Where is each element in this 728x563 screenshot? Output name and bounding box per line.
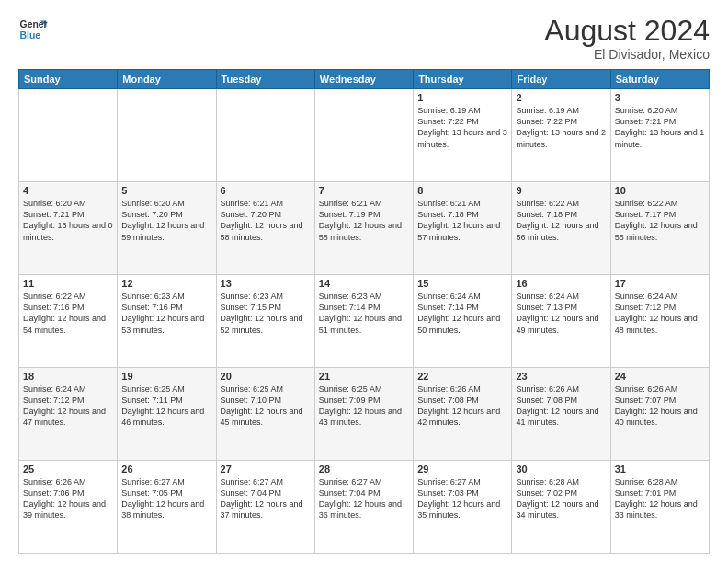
day-info: Sunrise: 6:26 AM Sunset: 7:08 PM Dayligh… bbox=[417, 384, 507, 429]
subtitle: El Divisador, Mexico bbox=[544, 47, 710, 62]
day-number: 31 bbox=[615, 464, 705, 475]
day-number: 25 bbox=[23, 464, 113, 475]
table-row: 8Sunrise: 6:21 AM Sunset: 7:18 PM Daylig… bbox=[414, 182, 512, 275]
table-row: 29Sunrise: 6:27 AM Sunset: 7:03 PM Dayli… bbox=[414, 461, 512, 554]
table-row: 1Sunrise: 6:19 AM Sunset: 7:22 PM Daylig… bbox=[414, 89, 512, 182]
calendar-week-row: 4Sunrise: 6:20 AM Sunset: 7:21 PM Daylig… bbox=[19, 182, 710, 275]
table-row: 22Sunrise: 6:26 AM Sunset: 7:08 PM Dayli… bbox=[414, 368, 512, 461]
month-title: August 2024 bbox=[544, 15, 710, 47]
dow-sunday: Sunday bbox=[19, 70, 118, 89]
day-info: Sunrise: 6:20 AM Sunset: 7:21 PM Dayligh… bbox=[23, 198, 113, 243]
day-number: 20 bbox=[221, 371, 311, 382]
dow-tuesday: Tuesday bbox=[216, 70, 314, 89]
day-info: Sunrise: 6:24 AM Sunset: 7:12 PM Dayligh… bbox=[23, 384, 113, 429]
dow-wednesday: Wednesday bbox=[314, 70, 413, 89]
day-number: 1 bbox=[417, 92, 507, 103]
day-info: Sunrise: 6:26 AM Sunset: 7:08 PM Dayligh… bbox=[516, 384, 606, 429]
day-number: 5 bbox=[121, 185, 211, 196]
day-number: 11 bbox=[23, 278, 113, 289]
table-row bbox=[118, 89, 216, 182]
day-number: 21 bbox=[319, 371, 409, 382]
calendar-week-row: 25Sunrise: 6:26 AM Sunset: 7:06 PM Dayli… bbox=[19, 461, 710, 554]
table-row: 9Sunrise: 6:22 AM Sunset: 7:18 PM Daylig… bbox=[512, 182, 610, 275]
table-row: 24Sunrise: 6:26 AM Sunset: 7:07 PM Dayli… bbox=[610, 368, 709, 461]
header: General Blue August 2024 El Divisador, M… bbox=[18, 15, 710, 62]
table-row: 5Sunrise: 6:20 AM Sunset: 7:20 PM Daylig… bbox=[118, 182, 216, 275]
table-row: 23Sunrise: 6:26 AM Sunset: 7:08 PM Dayli… bbox=[512, 368, 610, 461]
day-info: Sunrise: 6:23 AM Sunset: 7:14 PM Dayligh… bbox=[319, 291, 409, 336]
day-number: 26 bbox=[121, 464, 211, 475]
table-row bbox=[314, 89, 413, 182]
day-info: Sunrise: 6:27 AM Sunset: 7:03 PM Dayligh… bbox=[417, 477, 507, 522]
table-row: 31Sunrise: 6:28 AM Sunset: 7:01 PM Dayli… bbox=[610, 461, 709, 554]
day-number: 4 bbox=[23, 185, 113, 196]
table-row: 28Sunrise: 6:27 AM Sunset: 7:04 PM Dayli… bbox=[314, 461, 413, 554]
day-number: 30 bbox=[516, 464, 606, 475]
day-info: Sunrise: 6:19 AM Sunset: 7:22 PM Dayligh… bbox=[417, 105, 507, 150]
day-info: Sunrise: 6:26 AM Sunset: 7:06 PM Dayligh… bbox=[23, 477, 113, 522]
day-info: Sunrise: 6:23 AM Sunset: 7:16 PM Dayligh… bbox=[121, 291, 211, 336]
day-number: 2 bbox=[516, 92, 606, 103]
day-info: Sunrise: 6:25 AM Sunset: 7:10 PM Dayligh… bbox=[221, 384, 311, 429]
table-row: 18Sunrise: 6:24 AM Sunset: 7:12 PM Dayli… bbox=[19, 368, 118, 461]
calendar-week-row: 1Sunrise: 6:19 AM Sunset: 7:22 PM Daylig… bbox=[19, 89, 710, 182]
day-number: 22 bbox=[417, 371, 507, 382]
day-number: 9 bbox=[516, 185, 606, 196]
table-row: 14Sunrise: 6:23 AM Sunset: 7:14 PM Dayli… bbox=[314, 275, 413, 368]
day-number: 14 bbox=[319, 278, 409, 289]
table-row: 27Sunrise: 6:27 AM Sunset: 7:04 PM Dayli… bbox=[216, 461, 314, 554]
day-number: 19 bbox=[121, 371, 211, 382]
day-info: Sunrise: 6:22 AM Sunset: 7:16 PM Dayligh… bbox=[23, 291, 113, 336]
day-info: Sunrise: 6:20 AM Sunset: 7:20 PM Dayligh… bbox=[121, 198, 211, 243]
day-info: Sunrise: 6:25 AM Sunset: 7:09 PM Dayligh… bbox=[319, 384, 409, 429]
day-number: 6 bbox=[221, 185, 311, 196]
table-row: 17Sunrise: 6:24 AM Sunset: 7:12 PM Dayli… bbox=[610, 275, 709, 368]
day-info: Sunrise: 6:21 AM Sunset: 7:19 PM Dayligh… bbox=[319, 198, 409, 243]
day-info: Sunrise: 6:28 AM Sunset: 7:01 PM Dayligh… bbox=[615, 477, 705, 522]
day-number: 28 bbox=[319, 464, 409, 475]
table-row: 12Sunrise: 6:23 AM Sunset: 7:16 PM Dayli… bbox=[118, 275, 216, 368]
day-info: Sunrise: 6:25 AM Sunset: 7:11 PM Dayligh… bbox=[121, 384, 211, 429]
table-row: 6Sunrise: 6:21 AM Sunset: 7:20 PM Daylig… bbox=[216, 182, 314, 275]
day-info: Sunrise: 6:22 AM Sunset: 7:18 PM Dayligh… bbox=[516, 198, 606, 243]
day-number: 23 bbox=[516, 371, 606, 382]
table-row bbox=[216, 89, 314, 182]
table-row bbox=[19, 89, 118, 182]
day-number: 15 bbox=[417, 278, 507, 289]
day-info: Sunrise: 6:27 AM Sunset: 7:04 PM Dayligh… bbox=[319, 477, 409, 522]
day-info: Sunrise: 6:21 AM Sunset: 7:18 PM Dayligh… bbox=[417, 198, 507, 243]
table-row: 25Sunrise: 6:26 AM Sunset: 7:06 PM Dayli… bbox=[19, 461, 118, 554]
day-info: Sunrise: 6:21 AM Sunset: 7:20 PM Dayligh… bbox=[221, 198, 311, 243]
day-number: 24 bbox=[615, 371, 705, 382]
table-row: 30Sunrise: 6:28 AM Sunset: 7:02 PM Dayli… bbox=[512, 461, 610, 554]
table-row: 19Sunrise: 6:25 AM Sunset: 7:11 PM Dayli… bbox=[118, 368, 216, 461]
day-number: 8 bbox=[417, 185, 507, 196]
table-row: 2Sunrise: 6:19 AM Sunset: 7:22 PM Daylig… bbox=[512, 89, 610, 182]
day-info: Sunrise: 6:27 AM Sunset: 7:05 PM Dayligh… bbox=[121, 477, 211, 522]
day-number: 7 bbox=[319, 185, 409, 196]
day-info: Sunrise: 6:24 AM Sunset: 7:14 PM Dayligh… bbox=[417, 291, 507, 336]
dow-saturday: Saturday bbox=[610, 70, 709, 89]
table-row: 16Sunrise: 6:24 AM Sunset: 7:13 PM Dayli… bbox=[512, 275, 610, 368]
day-number: 18 bbox=[23, 371, 113, 382]
day-number: 16 bbox=[516, 278, 606, 289]
title-area: August 2024 El Divisador, Mexico bbox=[544, 15, 710, 62]
calendar-week-row: 18Sunrise: 6:24 AM Sunset: 7:12 PM Dayli… bbox=[19, 368, 710, 461]
table-row: 3Sunrise: 6:20 AM Sunset: 7:21 PM Daylig… bbox=[610, 89, 709, 182]
day-number: 17 bbox=[615, 278, 705, 289]
day-number: 10 bbox=[615, 185, 705, 196]
day-number: 27 bbox=[221, 464, 311, 475]
day-number: 12 bbox=[121, 278, 211, 289]
calendar-header-row: Sunday Monday Tuesday Wednesday Thursday… bbox=[19, 70, 710, 89]
day-info: Sunrise: 6:24 AM Sunset: 7:13 PM Dayligh… bbox=[516, 291, 606, 336]
day-number: 29 bbox=[417, 464, 507, 475]
calendar-week-row: 11Sunrise: 6:22 AM Sunset: 7:16 PM Dayli… bbox=[19, 275, 710, 368]
svg-text:Blue: Blue bbox=[20, 30, 41, 40]
table-row: 4Sunrise: 6:20 AM Sunset: 7:21 PM Daylig… bbox=[19, 182, 118, 275]
table-row: 15Sunrise: 6:24 AM Sunset: 7:14 PM Dayli… bbox=[414, 275, 512, 368]
day-info: Sunrise: 6:19 AM Sunset: 7:22 PM Dayligh… bbox=[516, 105, 606, 150]
table-row: 20Sunrise: 6:25 AM Sunset: 7:10 PM Dayli… bbox=[216, 368, 314, 461]
logo: General Blue bbox=[18, 15, 48, 44]
calendar: Sunday Monday Tuesday Wednesday Thursday… bbox=[18, 69, 710, 554]
day-info: Sunrise: 6:28 AM Sunset: 7:02 PM Dayligh… bbox=[516, 477, 606, 522]
